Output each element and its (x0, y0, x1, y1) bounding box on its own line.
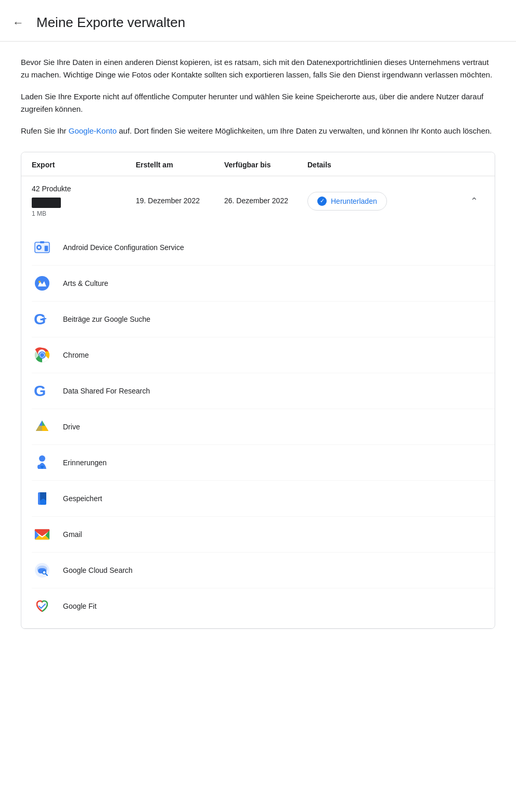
download-button[interactable]: ✓ Herunterladen (307, 192, 387, 211)
drive-icon (32, 416, 53, 437)
svg-point-12 (40, 353, 44, 357)
android-device-icon (32, 237, 53, 258)
expand-button[interactable]: ⌃ (463, 195, 484, 207)
chevron-up-icon: ⌃ (470, 195, 478, 207)
list-item: Google Cloud Search (32, 553, 495, 588)
export-file-size: 1 MB (32, 209, 136, 218)
header-export: Export (32, 160, 136, 171)
list-item: Gespeichert (32, 481, 495, 517)
google-fit-icon (32, 596, 53, 617)
intro-paragraph-1: Bevor Sie Ihre Daten in einen anderen Di… (21, 56, 495, 81)
service-name-cloud-search: Google Cloud Search (63, 565, 133, 576)
svg-point-15 (37, 465, 41, 469)
service-list: Android Device Configuration Service Art… (21, 226, 495, 628)
svg-rect-1 (40, 241, 44, 243)
svg-point-22 (43, 571, 46, 574)
list-item: Erinnerungen (32, 445, 495, 481)
intro-text-after: auf. Dort finden Sie weitere Möglichkeit… (117, 126, 492, 135)
header-created: Erstellt am (136, 160, 224, 171)
service-name-drive: Drive (63, 422, 80, 433)
page-title: Meine Exporte verwalten (36, 12, 185, 33)
export-created-date: 19. Dezember 2022 (136, 195, 224, 206)
export-main-row-content: 42 Produkte 1 MB 19. Dezember 2022 26. D… (21, 176, 495, 226)
service-name-saved: Gespeichert (63, 493, 102, 504)
svg-point-14 (39, 455, 45, 462)
header-action (463, 160, 484, 171)
arts-culture-icon (32, 273, 53, 294)
service-name-android: Android Device Configuration Service (63, 242, 184, 253)
service-name-arts: Arts & Culture (63, 278, 108, 289)
svg-rect-5 (38, 246, 40, 248)
reminders-icon (32, 452, 53, 473)
saved-icon (32, 488, 53, 509)
export-thumbnail (32, 198, 61, 208)
back-button[interactable]: ← (12, 14, 28, 32)
list-item: G Data Shared For Research (32, 373, 495, 409)
list-item: Google Fit (32, 588, 495, 624)
service-name-reminders: Erinnerungen (63, 457, 107, 468)
download-label: Herunterladen (331, 197, 377, 205)
service-name-search: Beiträge zur Google Suche (63, 314, 150, 325)
export-row: 42 Produkte 1 MB 19. Dezember 2022 26. D… (21, 176, 495, 628)
svg-rect-3 (45, 246, 48, 251)
page-header: ← Meine Exporte verwalten (0, 0, 516, 42)
export-table: Export Erstellt am Verfügbar bis Details… (21, 152, 495, 629)
intro-paragraph-3: Rufen Sie Ihr Google-Konto auf. Dort fin… (21, 125, 495, 137)
header-details: Details (307, 160, 463, 171)
list-item: G Beiträge zur Google Suche (32, 302, 495, 337)
service-name-fit: Google Fit (63, 601, 97, 612)
list-item: Android Device Configuration Service (32, 230, 495, 266)
service-name-gmail: Gmail (63, 529, 82, 540)
service-name-research: Data Shared For Research (63, 386, 150, 397)
back-arrow-icon: ← (12, 16, 24, 30)
export-product-count: 42 Produkte (32, 184, 136, 194)
chrome-icon (32, 345, 53, 365)
list-item: Chrome (32, 337, 495, 373)
intro-paragraph-2: Laden Sie Ihre Exporte nicht auf öffentl… (21, 90, 495, 115)
list-item: Arts & Culture (32, 266, 495, 302)
list-item: Drive (32, 409, 495, 445)
check-icon: ✓ (317, 197, 327, 206)
table-header-row: Export Erstellt am Verfügbar bis Details (21, 152, 495, 176)
main-content: Bevor Sie Ihre Daten in einen anderen Di… (0, 42, 516, 646)
gmail-icon (32, 524, 53, 545)
intro-text-before: Rufen Sie Ihr (21, 126, 69, 135)
google-research-icon: G (32, 381, 53, 401)
google-search-icon: G (32, 309, 53, 330)
svg-point-7 (38, 281, 41, 283)
cloud-search-icon (32, 560, 53, 581)
svg-text:G: G (34, 382, 46, 399)
google-account-link[interactable]: Google-Konto (69, 126, 117, 135)
download-btn-cell: ✓ Herunterladen (307, 192, 463, 211)
export-name-cell: 42 Produkte 1 MB (32, 184, 136, 218)
service-name-chrome: Chrome (63, 350, 89, 361)
list-item: Gmail (32, 517, 495, 553)
header-available: Verfügbar bis (224, 160, 307, 171)
svg-point-6 (35, 276, 49, 291)
export-available-date: 26. Dezember 2022 (224, 195, 307, 206)
